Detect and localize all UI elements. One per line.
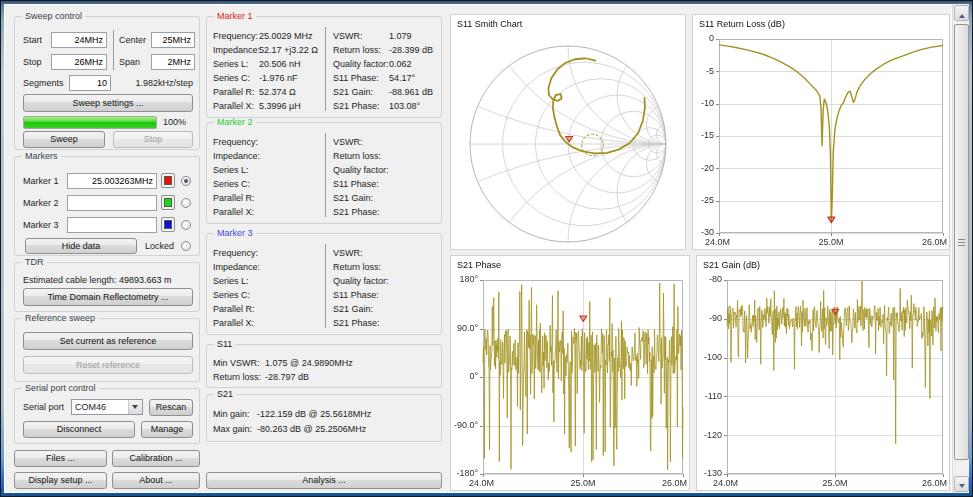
serial-port-select[interactable]: COM46: [71, 399, 143, 415]
marker1-radio[interactable]: [181, 176, 191, 186]
marker2-color-button[interactable]: [161, 195, 175, 210]
span-input[interactable]: [151, 54, 195, 70]
vertical-scrollbar[interactable]: [952, 4, 969, 493]
s21-summary-panel: S21 Min gain:-122.159 dB @ 25.5618MHz Ma…: [206, 394, 442, 442]
s21-phase-canvas[interactable]: [451, 256, 689, 490]
divider: [325, 27, 326, 111]
marker-data-row: Parallel X:5.3996 µH: [213, 99, 301, 113]
marker-data-row: S21 Gain:: [333, 302, 389, 316]
marker-data-row: Frequency:: [213, 246, 259, 260]
center-input[interactable]: [151, 32, 195, 48]
serial-port-group: Serial port control Serial port COM46 Re…: [14, 388, 200, 444]
row-label: Frequency:: [213, 29, 259, 43]
row-label: Frequency:: [213, 135, 259, 149]
marker3-radio[interactable]: [181, 220, 191, 230]
row-label: Series L:: [213, 274, 259, 288]
stop-button[interactable]: Stop: [113, 131, 193, 148]
s11-summary-title: S11: [214, 339, 235, 349]
marker3-color-button[interactable]: [161, 217, 175, 232]
row-label: Series L:: [213, 163, 259, 177]
smith-chart-canvas[interactable]: [451, 15, 685, 249]
smith-chart-title: S11 Smith Chart: [457, 19, 522, 29]
set-reference-button[interactable]: Set current as reference: [23, 332, 193, 350]
row-value: 54.17°: [389, 73, 415, 83]
marker-3-data-panel: Marker 3Frequency:Impedance:Series L:Ser…: [206, 233, 442, 335]
marker-data-row: Impedance:: [213, 260, 259, 274]
row-label: Impedance:: [213, 43, 259, 57]
row-label: S11 Phase:: [333, 177, 389, 191]
about-button[interactable]: About ...: [112, 472, 200, 489]
stop-input[interactable]: [51, 54, 107, 70]
s21-max-gain-row: Max gain:-80.263 dB @ 25.2506MHz: [213, 422, 366, 436]
start-label: Start: [23, 32, 42, 48]
segments-input[interactable]: [69, 75, 111, 91]
progress-percent: 100%: [163, 114, 186, 130]
reference-sweep-group: Reference sweep Set current as reference…: [14, 318, 200, 382]
marker2-input[interactable]: [67, 195, 157, 211]
manage-button[interactable]: Manage: [141, 421, 193, 438]
reset-reference-button[interactable]: Reset reference: [23, 356, 193, 374]
marker1-color-button[interactable]: [161, 173, 175, 188]
disconnect-button[interactable]: Disconnect: [23, 421, 135, 438]
s21-summary-title: S21: [214, 389, 236, 399]
locked-radio[interactable]: [181, 241, 191, 251]
row-label: Return loss:: [213, 370, 265, 384]
marker-data-row: Return loss:: [333, 260, 389, 274]
marker-data-row: S11 Phase:54.17°: [333, 71, 415, 85]
row-label: Return loss:: [333, 43, 389, 57]
row-label: VSWR:: [333, 135, 389, 149]
row-value: -1.976 nF: [259, 73, 298, 83]
marker2-radio[interactable]: [181, 198, 191, 208]
marker1-color: [164, 176, 172, 185]
marker-data-column: Marker 3Frequency:Impedance:Series L:Ser…: [206, 4, 444, 493]
start-input[interactable]: [51, 32, 107, 48]
sweep-button[interactable]: Sweep: [23, 131, 105, 148]
marker-data-row: VSWR:1.079: [333, 29, 412, 43]
calibration-button[interactable]: Calibration ...: [112, 450, 200, 467]
row-value: -80.263 dB @ 25.2506MHz: [257, 424, 366, 434]
marker-data-row: VSWR:: [333, 246, 389, 260]
chevron-down-icon[interactable]: [128, 400, 142, 414]
marker-3-panel-title: Marker 3: [214, 228, 256, 238]
marker2-label: Marker 2: [23, 195, 59, 211]
s21-gain-canvas[interactable]: [697, 256, 949, 490]
return-loss-canvas[interactable]: [693, 15, 949, 249]
cable-length-value: 49893.663 m: [119, 272, 172, 288]
locked-label: Locked: [145, 238, 174, 254]
row-label: Parallel X:: [213, 99, 259, 113]
row-value: 103.08°: [389, 101, 420, 111]
files-button[interactable]: Files ...: [14, 450, 107, 467]
serial-port-label: Serial port: [23, 399, 64, 415]
hide-data-button[interactable]: Hide data: [25, 238, 137, 254]
row-label: Parallel R:: [213, 85, 259, 99]
analysis-button[interactable]: Analysis ...: [206, 472, 442, 489]
marker-data-row: Parallel X:: [213, 205, 259, 219]
tdr-button[interactable]: Time Domain Reflectometry ...: [23, 288, 193, 306]
group-title: Sweep control: [22, 11, 85, 21]
display-setup-button[interactable]: Display setup ...: [14, 472, 107, 489]
scroll-up-icon[interactable]: [954, 5, 969, 21]
row-label: Impedance:: [213, 149, 259, 163]
marker-data-row: Series L:20.506 nH: [213, 57, 301, 71]
sweep-settings-button[interactable]: Sweep settings ...: [23, 94, 193, 112]
marker-data-row: Frequency:: [213, 135, 259, 149]
row-label: Parallel R:: [213, 302, 259, 316]
marker1-input[interactable]: [67, 173, 157, 189]
scrollbar-thumb[interactable]: [954, 24, 969, 460]
center-label: Center: [119, 32, 146, 48]
row-label: Min VSWR:: [213, 356, 265, 370]
row-label: VSWR:: [333, 246, 389, 260]
marker-data-row: S21 Gain:-88.961 dB: [333, 85, 433, 99]
marker-data-row: S21 Phase:: [333, 205, 389, 219]
row-value: 0.062: [389, 59, 412, 69]
row-label: S11 Phase:: [333, 71, 389, 85]
s21-phase-chart-title: S21 Phase: [457, 260, 501, 270]
row-label: S21 Phase:: [333, 205, 389, 219]
scroll-down-icon[interactable]: [954, 476, 969, 492]
marker-data-row: Quality factor:0.062: [333, 57, 412, 71]
marker3-input[interactable]: [67, 217, 157, 233]
rescan-button[interactable]: Rescan: [149, 399, 193, 416]
return-loss-chart-panel: S11 Return Loss (dB): [692, 14, 950, 250]
row-label: Series C:: [213, 71, 259, 85]
marker-data-row: Quality factor:: [333, 163, 389, 177]
